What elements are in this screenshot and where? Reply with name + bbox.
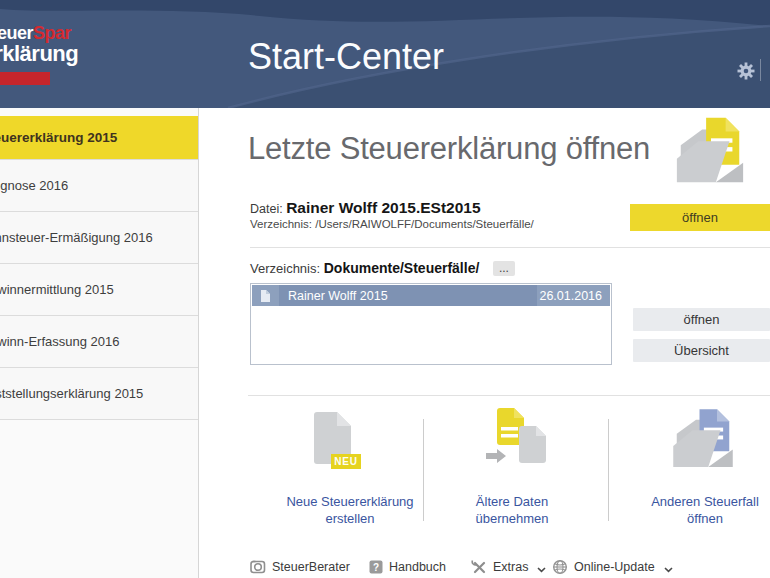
header-bar: SteuerSpar Erklärung Start-Center [0,0,770,108]
file-row-name: Rainer Wolff 2015 [279,285,537,306]
open-folder-blue-document-icon[interactable] [666,404,740,474]
app-logo: SteuerSpar Erklärung [0,24,78,85]
open-folder-yellow-document-icon [671,112,749,190]
page-title: Start-Center [248,36,444,78]
logo-text-spar: Spar [33,23,71,43]
footer-extras-label: Extras [493,560,528,574]
file-label: Datei: [250,202,283,216]
sidebar-item-feststellungserklaerung-2015[interactable]: Feststellungserklärung 2015 [0,368,198,420]
tile2-line1: Ältere Daten [432,494,592,511]
footer-online-update[interactable]: Online-Update [552,558,673,575]
chevron-down-icon [664,567,673,573]
file-directory-line: Verzeichnis: /Users/RAIWOLFF/Documents/S… [250,218,534,230]
handbook-question-icon: ? [369,560,383,574]
sidebar-item-lohnsteuer-ermaessigung-2016[interactable]: Lohnsteuer-Ermäßigung 2016 [0,212,198,264]
transfer-documents-icon[interactable] [478,406,548,468]
tile3-line2: öffnen [625,511,770,528]
browser-directory-row: Verzeichnis: Dokumente/Steuerfälle/ ... [250,260,515,276]
sidebar-nav: Steuererklärung 2015 Prognose 2016 Lohns… [0,108,199,578]
neu-badge: NEU [331,454,361,469]
sidebar-item-gewinnermittlung-2015[interactable]: Gewinnermittlung 2015 [0,264,198,316]
sidebar-item-steuererklaerung-2015[interactable]: Steuererklärung 2015 [0,116,198,160]
tile1-line1: Neue Steuererklärung [265,494,435,511]
file-row-date: 26.01.2016 [537,285,610,306]
new-tax-return-action[interactable]: Neue Steuererklärung erstellen [265,494,435,527]
section-title: Letzte Steuererklärung öffnen [248,131,650,167]
tile2-line2: übernehmen [432,511,592,528]
file-list-row-selected[interactable]: Rainer Wolff 2015 26.01.2016 [252,285,610,306]
gear-icon[interactable] [737,62,755,80]
logo-red-bar [0,72,50,85]
take-over-older-data-action[interactable]: Ältere Daten übernehmen [432,494,592,527]
open-selected-button[interactable]: öffnen [633,308,770,331]
logo-text-steuer: Steuer [0,23,33,43]
file-dir-label: Verzeichnis: [250,218,312,230]
separator-tiles [248,395,770,396]
document-icon [252,285,279,306]
sidebar-item-prognose-2016[interactable]: Prognose 2016 [0,160,198,212]
file-dir-path: /Users/RAIWOLFF/Documents/Steuerfälle/ [315,218,534,230]
tools-icon [471,559,487,575]
svg-text:?: ? [373,561,379,572]
footer-handbuch-label: Handbuch [389,560,446,574]
steuerberater-icon [250,559,266,574]
file-line: Datei: Rainer Wolff 2015.ESt2015 [250,199,481,217]
footer-steuerberater-label: SteuerBerater [272,560,350,574]
separator-top [250,247,770,248]
footer-handbuch[interactable]: ? Handbuch [369,558,446,575]
start-center-window: SteuerSpar Erklärung Start-Center Steuer… [0,0,770,578]
tile-divider-2 [608,419,609,521]
open-last-return-button[interactable]: öffnen [630,204,770,231]
tile1-line2: erstellen [265,511,435,528]
chevron-down-icon [537,567,546,573]
browser-dir-path: Dokumente/Steuerfälle/ [324,260,480,276]
footer-online-update-label: Online-Update [574,560,655,574]
file-name: Rainer Wolff 2015.ESt2015 [286,199,480,216]
open-other-tax-case-action[interactable]: Anderen Steuerfall öffnen [625,494,770,527]
globe-icon [552,559,568,575]
footer-extras[interactable]: Extras [471,558,546,575]
browse-directory-button[interactable]: ... [493,261,515,276]
header-divider [760,59,761,81]
tile3-line1: Anderen Steuerfall [625,494,770,511]
sidebar-item-gewinn-erfassung-2016[interactable]: Gewinn-Erfassung 2016 [0,316,198,368]
browser-dir-label: Verzeichnis: [250,261,320,276]
footer-steuerberater[interactable]: SteuerBerater [250,558,350,575]
overview-button[interactable]: Übersicht [633,339,770,362]
file-list[interactable]: Rainer Wolff 2015 26.01.2016 [250,283,612,365]
logo-text-erklaerung: Erklärung [0,43,78,65]
